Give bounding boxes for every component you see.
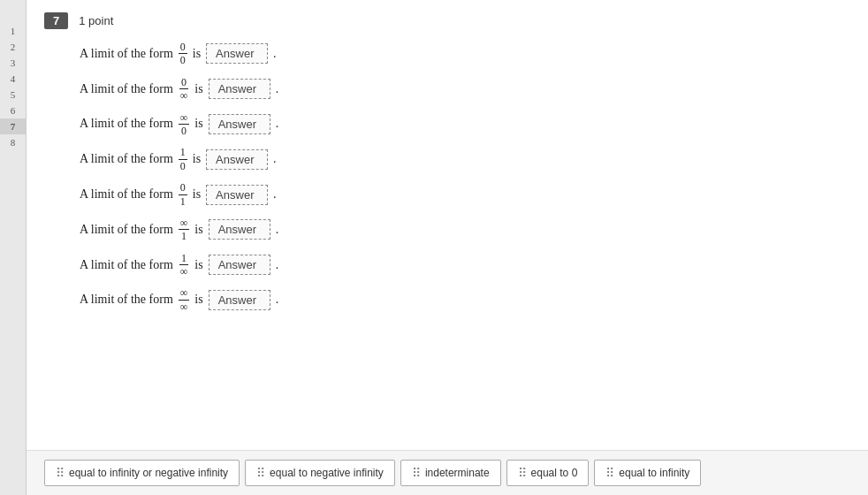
answer-box-3[interactable]: Answer xyxy=(206,149,268,170)
fraction-den-1: ∞ xyxy=(179,89,190,102)
limit-row-4: A limit of the form 0 1 is Answer . xyxy=(80,177,850,212)
limit-label-0: A limit of the form 0 0 is xyxy=(80,41,201,67)
limit-label-7: A limit of the form ∞ ∞ is xyxy=(80,286,203,313)
limit-row-2: A limit of the form ∞ 0 is Answer . xyxy=(80,107,850,142)
limit-label-6: A limit of the form 1 ∞ is xyxy=(80,252,203,278)
drag-handle-4: ⠿ xyxy=(518,466,527,480)
fraction-den-0: 0 xyxy=(179,54,187,66)
fraction-den-2: 0 xyxy=(179,125,188,137)
limit-row-6: A limit of the form 1 ∞ is Answer . xyxy=(80,248,850,283)
fraction-0: 0 0 xyxy=(179,41,187,67)
fraction-num-7: ∞ xyxy=(179,286,190,300)
answer-option-4-label: equal to 0 xyxy=(531,467,578,479)
fraction-num-5: ∞ xyxy=(179,217,190,230)
limit-row-7: A limit of the form ∞ ∞ is Answer . xyxy=(80,282,850,317)
limit-label-5: A limit of the form ∞ 1 is xyxy=(80,217,203,243)
sidebar-item-2[interactable]: 2 xyxy=(0,39,26,55)
fraction-den-4: 1 xyxy=(179,195,187,208)
limit-row-3: A limit of the form 1 0 is Answer . xyxy=(80,141,850,177)
main-content: 7 1 point A limit of the form 0 0 is Ans… xyxy=(27,0,868,495)
drag-handle-5: ⠿ xyxy=(605,466,614,480)
limit-row-0: A limit of the form 0 0 is Answer . xyxy=(80,36,850,72)
sidebar-item-3[interactable]: 3 xyxy=(0,55,26,71)
answer-option-3[interactable]: ⠿ indeterminate xyxy=(400,460,501,486)
fraction-6: 1 ∞ xyxy=(179,252,190,278)
answer-option-1[interactable]: ⠿ equal to infinity or negative infinity xyxy=(44,460,240,486)
answer-option-4[interactable]: ⠿ equal to 0 xyxy=(506,460,590,486)
sidebar-item-7[interactable]: 7 xyxy=(0,118,26,134)
answer-option-5-label: equal to infinity xyxy=(619,467,689,479)
fraction-num-0: 0 xyxy=(179,41,187,54)
fraction-5: ∞ 1 xyxy=(179,217,190,243)
answer-box-0[interactable]: Answer xyxy=(206,43,268,64)
drag-handle-3: ⠿ xyxy=(412,466,421,480)
fraction-num-1: 0 xyxy=(179,76,188,89)
answer-box-2[interactable]: Answer xyxy=(209,114,270,134)
fraction-num-4: 0 xyxy=(179,181,187,194)
fraction-num-3: 1 xyxy=(179,146,187,159)
question-header: 7 1 point xyxy=(27,0,868,36)
answer-option-3-label: indeterminate xyxy=(425,467,490,479)
sidebar-item-5[interactable]: 5 xyxy=(0,87,26,103)
fraction-1: 0 ∞ xyxy=(179,76,190,103)
answer-option-2[interactable]: ⠿ equal to negative infinity xyxy=(245,460,395,486)
fraction-3: 1 0 xyxy=(179,146,187,172)
limit-row-5: A limit of the form ∞ 1 is Answer . xyxy=(80,212,850,248)
sidebar-item-4[interactable]: 4 xyxy=(0,71,26,87)
answer-box-4[interactable]: Answer xyxy=(206,185,268,205)
fraction-num-2: ∞ xyxy=(179,111,190,125)
answer-box-7[interactable]: Answer xyxy=(209,290,270,310)
sidebar-item-6[interactable]: 6 xyxy=(0,103,26,118)
fraction-2: ∞ 0 xyxy=(179,111,190,138)
question-points: 1 point xyxy=(79,14,113,27)
fraction-den-3: 0 xyxy=(179,160,187,172)
fraction-den-5: 1 xyxy=(179,230,188,242)
answer-option-5[interactable]: ⠿ equal to infinity xyxy=(594,460,701,486)
drag-handle-2: ⠿ xyxy=(256,466,265,480)
limit-label-2: A limit of the form ∞ 0 is xyxy=(80,111,203,138)
limit-row-1: A limit of the form 0 ∞ is Answer . xyxy=(80,72,850,107)
sidebar: 1 2 3 4 5 6 7 8 xyxy=(0,0,27,495)
limit-label-3: A limit of the form 1 0 is xyxy=(80,146,201,172)
fraction-7: ∞ ∞ xyxy=(179,286,190,313)
answer-option-2-label: equal to negative infinity xyxy=(270,467,384,479)
sidebar-item-8[interactable]: 8 xyxy=(0,134,26,150)
fraction-num-6: 1 xyxy=(179,252,188,265)
answer-box-6[interactable]: Answer xyxy=(209,255,270,275)
question-number-badge: 7 xyxy=(44,12,68,29)
limit-label-4: A limit of the form 0 1 is xyxy=(80,181,201,208)
drag-handle-1: ⠿ xyxy=(56,466,65,480)
fraction-den-6: ∞ xyxy=(179,265,190,278)
sidebar-item-1[interactable]: 1 xyxy=(0,23,26,39)
answer-box-5[interactable]: Answer xyxy=(209,219,270,240)
answer-option-1-label: equal to infinity or negative infinity xyxy=(69,467,228,479)
limit-label-1: A limit of the form 0 ∞ is xyxy=(80,76,203,103)
fraction-4: 0 1 xyxy=(179,181,187,208)
fraction-den-7: ∞ xyxy=(179,301,190,313)
limits-container: A limit of the form 0 0 is Answer . A li… xyxy=(27,36,868,450)
answer-box-1[interactable]: Answer xyxy=(209,79,270,99)
answer-options-bar: ⠿ equal to infinity or negative infinity… xyxy=(27,450,868,495)
